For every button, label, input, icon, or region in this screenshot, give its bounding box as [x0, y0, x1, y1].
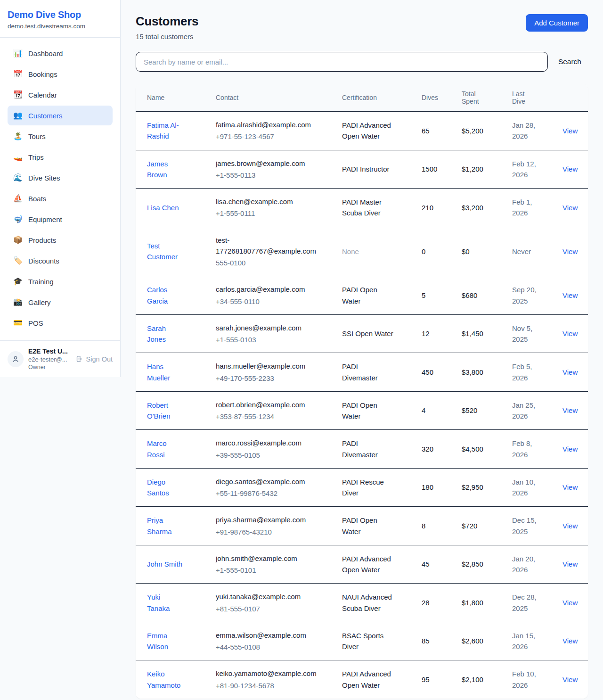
add-customer-button[interactable]: Add Customer — [526, 14, 588, 32]
view-customer-link[interactable]: View — [562, 368, 578, 376]
view-customer-link[interactable]: View — [562, 675, 578, 684]
customer-last-dive-cell: Feb 8, 2026 — [512, 430, 562, 468]
table-row: Priya Sharma priya.sharma@example.com +9… — [136, 507, 588, 545]
sidebar-item-label: Boats — [28, 195, 46, 203]
sidebar-item-training[interactable]: 🎓 Training — [8, 272, 113, 291]
customer-name-link[interactable]: Test Customer — [147, 240, 185, 263]
customer-contact-cell: robert.obrien@example.com +353-87-555-12… — [216, 392, 342, 430]
user-meta: E2E Test U... e2e-tester@... Owner — [28, 347, 71, 371]
customer-last-dive: Feb 1, 2026 — [512, 197, 541, 219]
column-header-dives: Dives — [422, 84, 462, 111]
customer-name-link[interactable]: Robert O'Brien — [147, 400, 185, 422]
sidebar-item-dashboard[interactable]: 📊 Dashboard — [8, 43, 113, 63]
view-customer-link[interactable]: View — [562, 522, 578, 530]
view-customer-link[interactable]: View — [562, 165, 578, 173]
sidebar-item-boats[interactable]: ⛵ Boats — [8, 189, 113, 208]
customer-name-link[interactable]: Hans Mueller — [147, 361, 185, 383]
customer-last-dive-cell: Jan 28, 2026 — [512, 112, 562, 149]
customer-name-link[interactable]: Fatima Al-Rashid — [147, 120, 185, 142]
sidebar-item-discounts[interactable]: 🏷️ Discounts — [8, 251, 113, 271]
view-customer-link[interactable]: View — [562, 329, 578, 338]
sidebar-item-calendar[interactable]: 📆 Calendar — [8, 85, 113, 105]
customer-certification-cell: PADI Master Scuba Diver — [342, 189, 422, 226]
view-customer-link[interactable]: View — [562, 291, 578, 299]
customer-actions-cell: View — [562, 156, 588, 182]
page-header-text: Customers 15 total customers — [136, 14, 198, 41]
customer-actions-cell: View — [562, 359, 588, 385]
customer-total-spent-cell: $2,600 — [462, 628, 512, 654]
customer-last-dive-cell: Dec 15, 2025 — [512, 507, 562, 544]
view-customer-link[interactable]: View — [562, 406, 578, 414]
customer-certification-cell: BSAC Sports Diver — [342, 623, 422, 660]
customer-certification-cell: None — [342, 239, 422, 264]
customer-name-link[interactable]: Diego Santos — [147, 477, 185, 499]
customer-name-link[interactable]: Lisa Chen — [147, 202, 179, 213]
customer-name-link[interactable]: Emma Wilson — [147, 630, 185, 652]
customer-certification-cell: PADI Open Water — [342, 277, 422, 314]
customer-last-dive-cell: Feb 12, 2026 — [512, 151, 562, 188]
sidebar-item-label: Dive Sites — [28, 174, 60, 182]
customer-certification-cell: SSI Open Water — [342, 321, 422, 346]
sidebar-item-label: Training — [28, 278, 54, 286]
page-title: Customers — [136, 14, 198, 29]
sidebar-item-pos[interactable]: 💳 POS — [8, 313, 113, 333]
sidebar-item-equipment[interactable]: 🤿 Equipment — [8, 209, 113, 229]
sidebar-item-bookings[interactable]: 📅 Bookings — [8, 64, 113, 84]
customer-name-cell: Priya Sharma — [147, 507, 216, 544]
customer-name-link[interactable]: Keiko Yamamoto — [147, 668, 185, 691]
customer-total-spent-cell: $2,100 — [462, 667, 512, 692]
sidebar-item-gallery[interactable]: 📸 Gallery — [8, 292, 113, 312]
customer-actions-cell: View — [562, 474, 588, 500]
customer-certification-cell: PADI Advanced Open Water — [342, 112, 422, 149]
sidebar-item-label: Equipment — [28, 215, 62, 223]
customer-last-dive: Dec 28, 2025 — [512, 592, 541, 614]
customer-certification: PADI Master Scuba Diver — [342, 197, 395, 219]
customer-name-cell: Keiko Yamamoto — [147, 661, 216, 698]
customer-name-link[interactable]: James Brown — [147, 158, 185, 181]
sidebar-item-dive-sites[interactable]: 🌊 Dive Sites — [8, 168, 113, 188]
customer-total-spent-cell: $520 — [462, 397, 512, 423]
view-customer-link[interactable]: View — [562, 204, 578, 212]
customer-last-dive: Nov 5, 2025 — [512, 323, 541, 345]
customer-name-link[interactable]: Marco Rossi — [147, 438, 185, 460]
customer-name-link[interactable]: Yuki Tanaka — [147, 592, 185, 614]
customer-last-dive: Jan 28, 2026 — [512, 120, 541, 142]
speedboat-icon: 🚤 — [13, 153, 23, 161]
sidebar-item-tours[interactable]: 🏝️ Tours — [8, 126, 113, 146]
view-customer-link[interactable]: View — [562, 127, 578, 135]
view-customer-link[interactable]: View — [562, 560, 578, 568]
customer-name-cell: Yuki Tanaka — [147, 584, 216, 621]
sidebar-item-label: Tours — [28, 132, 46, 140]
customer-dives-cell: 45 — [422, 551, 462, 577]
search-input[interactable] — [136, 52, 548, 72]
view-customer-link[interactable]: View — [562, 247, 578, 255]
customer-total-spent-cell: $2,950 — [462, 474, 512, 500]
customer-name-link[interactable]: Sarah Jones — [147, 323, 185, 345]
customer-name-link[interactable]: Carlos Garcia — [147, 284, 185, 306]
sidebar-item-customers[interactable]: 👥 Customers — [8, 106, 113, 125]
customer-actions-cell: View — [562, 195, 588, 221]
customer-actions-cell: View — [562, 667, 588, 692]
view-customer-link[interactable]: View — [562, 483, 578, 491]
table-body: Fatima Al-Rashid fatima.alrashid@example… — [136, 112, 588, 699]
app-root: Demo Dive Shop demo.test.divestreams.com… — [0, 0, 603, 700]
view-customer-link[interactable]: View — [562, 637, 578, 645]
customer-contact-cell: marco.rossi@example.com +39-555-0105 — [216, 430, 342, 468]
shop-domain: demo.test.divestreams.com — [8, 23, 113, 30]
sidebar-item-products[interactable]: 📦 Products — [8, 230, 113, 250]
sign-out-button[interactable]: Sign Out — [75, 355, 113, 363]
customer-contact-cell: john.smith@example.com +1-555-0101 — [216, 545, 342, 584]
customer-name-link[interactable]: John Smith — [147, 559, 182, 569]
customer-contact-cell: yuki.tanaka@example.com +81-555-0107 — [216, 584, 342, 622]
sidebar-item-trips[interactable]: 🚤 Trips — [8, 147, 113, 167]
customer-last-dive-cell: Feb 10, 2026 — [512, 661, 562, 698]
customer-phone: +91-98765-43210 — [216, 527, 334, 537]
customer-name-cell: Hans Mueller — [147, 354, 216, 391]
view-customer-link[interactable]: View — [562, 599, 578, 607]
search-button[interactable]: Search — [552, 58, 588, 66]
table-row: Robert O'Brien robert.obrien@example.com… — [136, 392, 588, 430]
customer-name-link[interactable]: Priya Sharma — [147, 515, 185, 537]
customer-phone: +1-555-0113 — [216, 170, 334, 181]
sign-out-icon — [75, 355, 83, 363]
view-customer-link[interactable]: View — [562, 445, 578, 453]
